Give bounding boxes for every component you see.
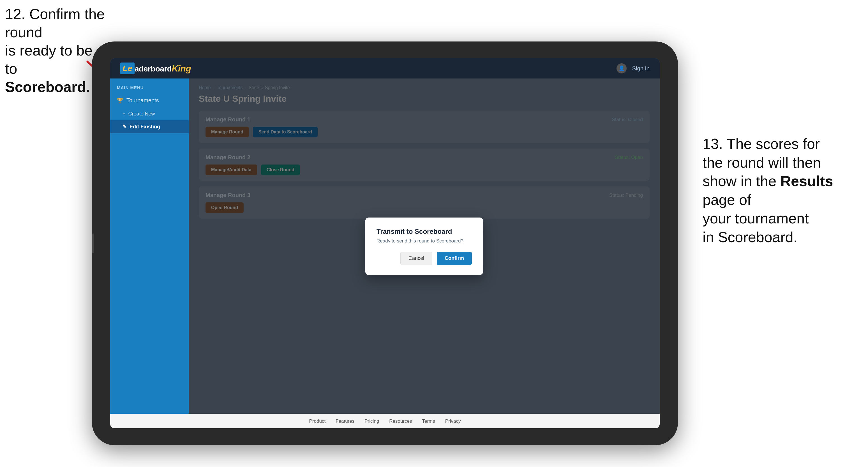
sidebar-item-create-new[interactable]: + Create New (110, 107, 189, 120)
modal-box: Transmit to Scoreboard Ready to send thi… (365, 218, 483, 275)
annotation-step13-line4: page of (703, 192, 751, 208)
logo-text: aderboardKing (134, 63, 191, 74)
tablet-screen: Le aderboardKing 👤 Sign In MAIN MENU 🏆 T… (110, 58, 660, 428)
plus-icon: + (123, 111, 126, 117)
page-content: Home › Tournaments › State U Spring Invi… (189, 79, 660, 414)
footer-resources[interactable]: Resources (389, 418, 412, 424)
create-new-label: Create New (128, 111, 155, 117)
edit-icon: ✎ (123, 124, 127, 130)
logo-leaderboard: Le (120, 63, 134, 74)
main-menu-label: MAIN MENU (110, 85, 189, 93)
annotation-step13-line1: 13. The scores for (703, 136, 820, 152)
sidebar-item-tournaments[interactable]: 🏆 Tournaments (110, 93, 189, 107)
modal-subtitle: Ready to send this round to Scoreboard? (376, 238, 472, 244)
page-footer: Product Features Pricing Resources Terms… (110, 414, 660, 428)
footer-pricing[interactable]: Pricing (365, 418, 379, 424)
annotation-step12-bold: Scoreboard. (5, 79, 90, 95)
avatar-icon: 👤 (617, 63, 627, 73)
annotation-step13-line2: the round will then (703, 154, 821, 171)
annotation-step13-bold: Results (780, 173, 833, 189)
trophy-icon: 🏆 (117, 98, 123, 104)
footer-privacy[interactable]: Privacy (445, 418, 461, 424)
footer-product[interactable]: Product (309, 418, 326, 424)
modal-overlay: Transmit to Scoreboard Ready to send thi… (189, 79, 660, 414)
edit-existing-label: Edit Existing (129, 124, 160, 130)
annotation-step13: 13. The scores for the round will then s… (703, 134, 860, 246)
tablet-device: Le aderboardKing 👤 Sign In MAIN MENU 🏆 T… (92, 41, 678, 445)
modal-title: Transmit to Scoreboard (376, 228, 472, 236)
modal-cancel-button[interactable]: Cancel (400, 252, 432, 265)
footer-terms[interactable]: Terms (422, 418, 435, 424)
main-content: MAIN MENU 🏆 Tournaments + Create New ✎ E… (110, 79, 660, 414)
sidebar-tournaments-label: Tournaments (126, 97, 159, 104)
tablet-side-button (92, 234, 94, 253)
sidebar: MAIN MENU 🏆 Tournaments + Create New ✎ E… (110, 79, 189, 414)
annotation-step13-line6: in Scoreboard. (703, 229, 797, 245)
footer-features[interactable]: Features (336, 418, 354, 424)
annotation-step13-line3: show in the (703, 173, 776, 189)
modal-actions: Cancel Confirm (376, 252, 472, 265)
logo-area: Le aderboardKing (120, 63, 191, 74)
annotation-step13-line5: your tournament (703, 210, 809, 226)
modal-confirm-button[interactable]: Confirm (437, 252, 472, 265)
signin-button[interactable]: Sign In (632, 65, 650, 72)
annotation-step12-line1: 12. Confirm the round (5, 6, 105, 40)
sidebar-item-edit-existing[interactable]: ✎ Edit Existing (110, 120, 189, 133)
top-navbar: Le aderboardKing 👤 Sign In (110, 58, 660, 79)
nav-right: 👤 Sign In (617, 63, 650, 73)
